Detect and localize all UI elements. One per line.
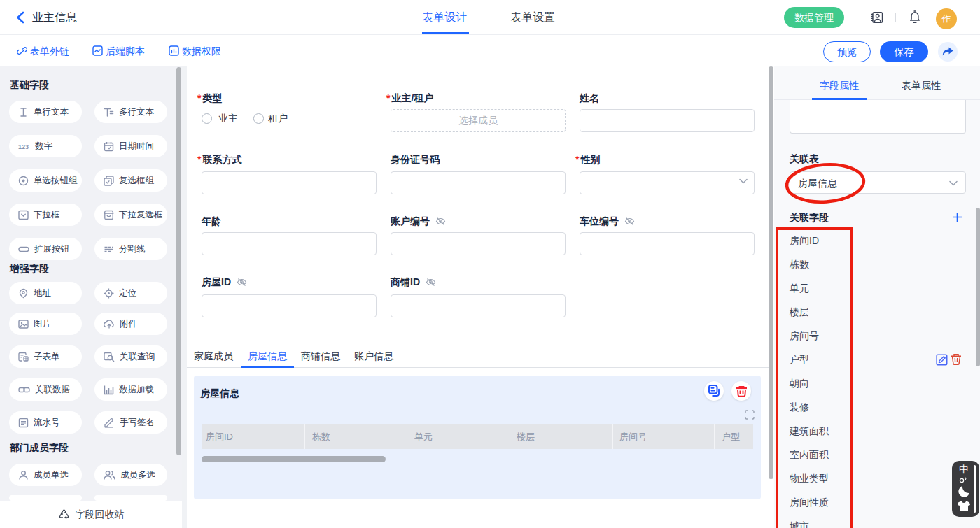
svg-text:123: 123 [18,143,29,150]
